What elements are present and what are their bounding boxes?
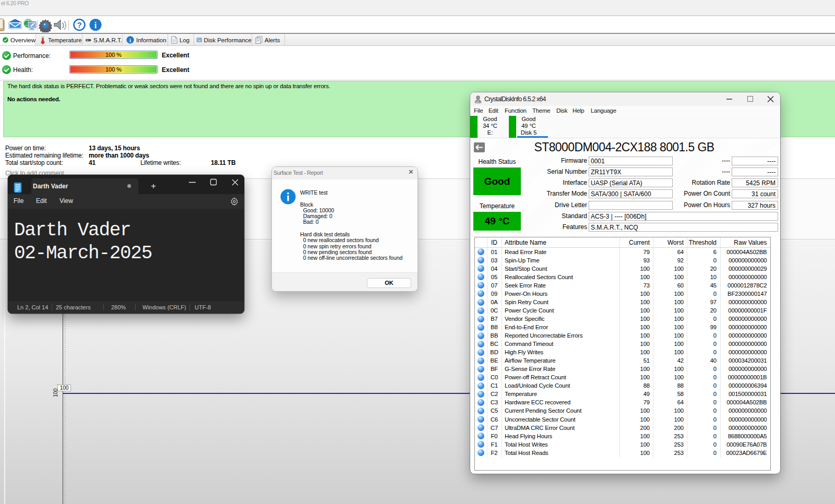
svg-text:?: ? [77, 20, 81, 29]
svg-text:i: i [129, 38, 131, 43]
svg-text:i: i [94, 21, 97, 30]
